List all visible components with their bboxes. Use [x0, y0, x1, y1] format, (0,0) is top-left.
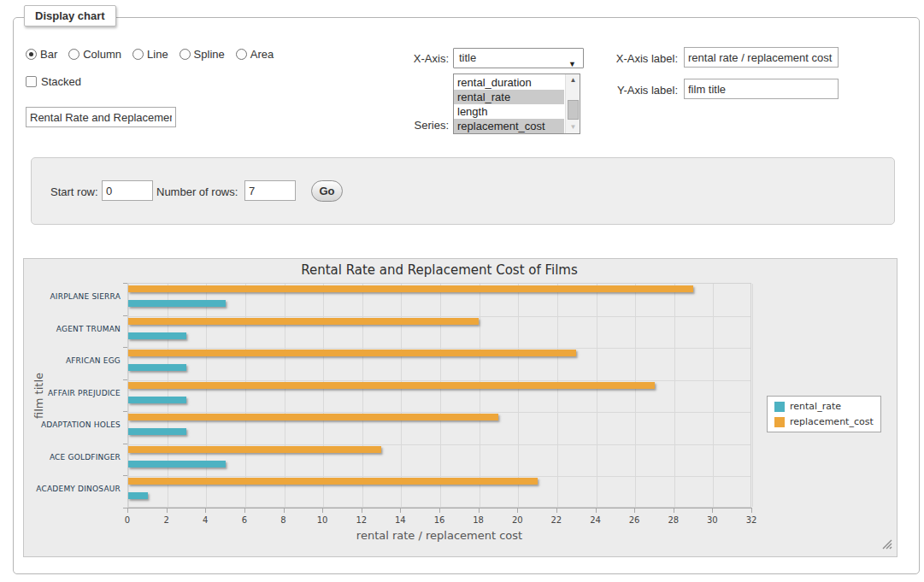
x-tick-mark [751, 509, 752, 513]
x-tick-mark [556, 509, 557, 513]
legend-label: replacement_cost [790, 416, 874, 427]
x-tick-mark [596, 509, 597, 513]
bar-rental_rate[interactable] [128, 364, 186, 371]
radio-icon[interactable] [26, 49, 37, 60]
series-scrollbar[interactable]: ▲ ▼ [565, 74, 580, 133]
x-tick-label: 14 [387, 515, 413, 525]
chevron-down-icon: ▼ [568, 55, 576, 73]
scroll-up-icon[interactable]: ▲ [566, 74, 580, 86]
x-tick-mark [479, 509, 480, 513]
bar-replacement_cost[interactable] [128, 446, 381, 453]
x-axis-select-label: X-Axis: [376, 52, 449, 65]
series-multiselect[interactable]: ▲ ▼ rental_durationrental_ratelengthrepl… [453, 73, 580, 134]
legend-label: rental_rate [790, 401, 841, 412]
series-option-replacement_cost[interactable]: replacement_cost [454, 119, 564, 133]
radio-icon[interactable] [180, 49, 191, 60]
y-tick-mark [123, 475, 127, 476]
gridline-horizontal [128, 348, 750, 349]
category-label: ACE GOLDFINGER [24, 453, 121, 462]
y-tick-mark [123, 508, 127, 509]
bar-rental_rate[interactable] [128, 332, 186, 339]
radio-line[interactable]: Line [132, 48, 168, 61]
series-list-label: Series: [376, 119, 449, 132]
bar-rental_rate[interactable] [128, 428, 186, 435]
gridline-horizontal [128, 380, 750, 381]
x-tick-label: 0 [115, 515, 140, 525]
legend-swatch-icon [774, 417, 785, 427]
bar-rental_rate[interactable] [128, 492, 148, 499]
radio-icon[interactable] [132, 49, 144, 60]
bar-replacement_cost[interactable] [128, 382, 655, 389]
bar-rental_rate[interactable] [128, 397, 186, 403]
bar-replacement_cost[interactable] [128, 350, 576, 356]
gridline-vertical [597, 284, 597, 507]
radio-label: Column [83, 48, 121, 61]
y-tick-mark [123, 283, 127, 284]
radio-column[interactable]: Column [68, 48, 121, 61]
gridline-vertical [674, 284, 675, 507]
legend-item-replacement_cost[interactable]: replacement_cost [774, 416, 874, 427]
radio-label: Line [147, 48, 168, 61]
x-tick-label: 32 [739, 515, 764, 525]
stacked-checkbox-row[interactable]: Stacked [26, 75, 81, 88]
x-tick-mark [205, 509, 206, 513]
x-tick-label: 10 [309, 515, 335, 525]
x-tick-label: 2 [154, 515, 180, 525]
bar-rental_rate[interactable] [128, 300, 226, 307]
radio-area[interactable]: Area [236, 48, 274, 61]
chart-title: Rental Rate and Replacement Cost of Film… [127, 262, 751, 278]
gridline-vertical [480, 284, 480, 507]
stacked-checkbox[interactable] [26, 76, 37, 87]
x-tick-label: 26 [621, 515, 647, 525]
series-option-rental_rate[interactable]: rental_rate [454, 90, 564, 104]
chart-type-radiogroup: BarColumnLineSplineArea [26, 48, 274, 61]
category-label: AFRICAN EGG [24, 356, 121, 366]
row-range-panel: Start row: Number of rows: Go [31, 157, 895, 225]
category-label: AGENT TRUMAN [24, 325, 121, 334]
bar-replacement_cost[interactable] [128, 318, 479, 325]
series-option-rental_duration[interactable]: rental_duration [454, 75, 564, 90]
gridline-horizontal [128, 444, 750, 445]
radio-spline[interactable]: Spline [180, 48, 225, 61]
resize-handle-icon[interactable] [882, 539, 892, 550]
scrollbar-thumb[interactable] [568, 100, 579, 120]
radio-bar[interactable]: Bar [26, 48, 57, 61]
chart-title-input[interactable] [26, 107, 176, 127]
gridline-vertical [752, 284, 753, 507]
category-label: ADAPTATION HOLES [24, 420, 121, 430]
x-tick-mark [634, 509, 635, 513]
x-axis-title: rental rate / replacement cost [127, 529, 751, 542]
x-tick-label: 24 [583, 515, 609, 525]
series-option-length[interactable]: length [454, 104, 564, 119]
bar-replacement_cost[interactable] [128, 478, 538, 485]
number-of-rows-input[interactable] [244, 180, 296, 201]
number-of-rows-label: Number of rows: [156, 185, 238, 198]
x-tick-label: 30 [699, 515, 725, 525]
legend-item-rental_rate[interactable]: rental_rate [774, 401, 874, 412]
x-tick-mark [400, 509, 401, 513]
radio-icon[interactable] [68, 49, 79, 60]
radio-label: Bar [40, 48, 57, 61]
go-button[interactable]: Go [311, 180, 343, 202]
chart-legend: rental_ratereplacement_cost [767, 396, 881, 432]
x-tick-label: 20 [504, 515, 530, 525]
x-axis-select[interactable]: title ▼ [453, 48, 584, 68]
x-tick-mark [517, 509, 518, 513]
bar-rental_rate[interactable] [128, 461, 226, 467]
start-row-input[interactable] [102, 180, 153, 201]
bar-replacement_cost[interactable] [128, 285, 693, 292]
y-axis-label-input[interactable] [684, 79, 839, 99]
category-label: AIRPLANE SIERRA [24, 292, 121, 302]
gridline-vertical [635, 284, 636, 507]
page: Display chart BarColumnLineSplineArea St… [0, 0, 924, 582]
fieldset-legend: Display chart [24, 5, 116, 26]
x-tick-label: 8 [271, 515, 297, 525]
radio-icon[interactable] [236, 49, 247, 60]
bar-replacement_cost[interactable] [128, 414, 498, 420]
x-tick-label: 4 [192, 515, 218, 525]
x-tick-mark [322, 509, 323, 513]
y-tick-mark [123, 315, 127, 316]
x-axis-label-input[interactable] [684, 47, 839, 68]
x-tick-mark [244, 509, 245, 513]
scroll-down-icon[interactable]: ▼ [566, 121, 580, 133]
